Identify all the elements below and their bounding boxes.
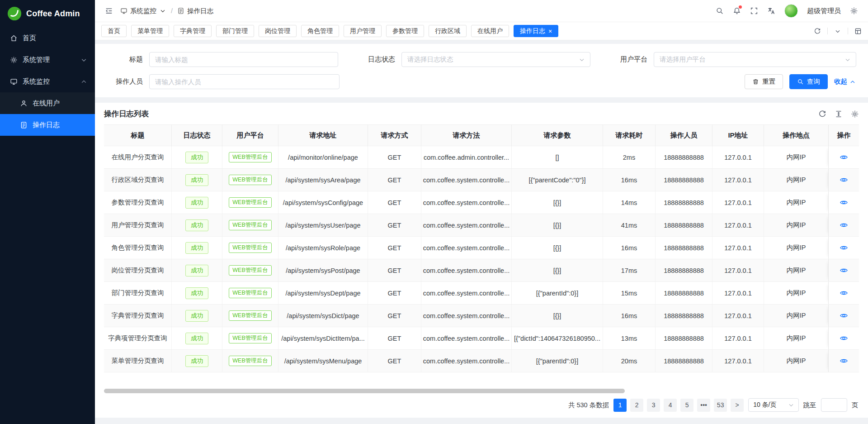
cell-duration: 14ms (603, 191, 656, 214)
breadcrumb-page[interactable]: 操作日志 (177, 7, 213, 15)
cell-title: 字典管理分页查询 (104, 305, 172, 327)
jump-page-input[interactable] (821, 398, 847, 412)
tab[interactable]: 操作日志 × (514, 25, 558, 37)
column-settings-icon[interactable] (851, 110, 859, 118)
cell-operator: 18888888888 (656, 214, 712, 236)
view-detail-icon[interactable] (840, 243, 848, 252)
notification-dot (739, 5, 742, 9)
table-body: 在线用户分页查询 成功 WEB管理后台 /api/monitor/online/… (104, 146, 859, 372)
page-button[interactable]: 5 (680, 399, 693, 412)
tab[interactable]: 在线用户 × (471, 25, 509, 37)
sidebar-item-home[interactable]: 首页 (0, 27, 95, 49)
tab-close-icon[interactable]: × (548, 28, 552, 34)
status-badge: 成功 (185, 174, 208, 186)
cell-action (828, 191, 859, 214)
filter-row-2: 操作人员 重置 (99, 74, 856, 89)
tab[interactable]: 部门管理 × (216, 25, 254, 37)
tab[interactable]: 首页 × (101, 25, 127, 37)
cell-status: 成功 (172, 282, 222, 304)
sidebar-item-online-users[interactable]: 在线用户 (0, 92, 95, 114)
sidebar-item-system-monitor[interactable]: 系统监控 (0, 71, 95, 92)
cell-request-function: com.coffee.system.controlle... (421, 282, 512, 304)
page-button[interactable]: ••• (697, 399, 710, 412)
divider (827, 28, 828, 34)
user-avatar[interactable] (784, 4, 798, 18)
search-button[interactable]: 查询 (789, 74, 828, 89)
page-button[interactable]: 53 (714, 399, 727, 412)
tab[interactable]: 角色管理 × (301, 25, 339, 37)
filter-actions: 重置 查询 收起 (745, 74, 856, 89)
collapse-filter-link[interactable]: 收起 (834, 77, 856, 86)
cell-operator: 18888888888 (656, 169, 712, 191)
sidebar-item-operation-log[interactable]: 操作日志 (0, 114, 95, 136)
view-detail-icon[interactable] (840, 334, 848, 343)
reset-button[interactable]: 重置 (745, 74, 783, 89)
cell-platform: WEB管理后台 (222, 169, 278, 191)
tab-label: 在线用户 (477, 27, 503, 35)
cell-ip: 127.0.0.1 (712, 214, 764, 236)
view-detail-icon[interactable] (840, 357, 848, 365)
status-badge: 成功 (185, 242, 208, 254)
tab[interactable]: 行政区域 × (429, 25, 467, 37)
app-root: Coffee Admin 首页 系统管理 (0, 0, 868, 424)
cell-request-params: [] (512, 146, 603, 168)
sidebar-item-system-management[interactable]: 系统管理 (0, 49, 95, 71)
reload-icon[interactable] (818, 110, 826, 118)
view-detail-icon[interactable] (840, 311, 848, 320)
settings-gear-icon[interactable] (850, 7, 858, 15)
user-platform-label: 用户平台 (604, 55, 654, 64)
view-detail-icon[interactable] (840, 198, 848, 207)
user-platform-select[interactable]: 请选择用户平台 (654, 52, 856, 67)
tab[interactable]: 菜单管理 × (131, 25, 169, 37)
search-icon[interactable] (716, 7, 724, 15)
status-badge: 成功 (185, 265, 208, 276)
tab[interactable]: 参数管理 × (386, 25, 424, 37)
fullscreen-icon[interactable] (750, 7, 758, 15)
tab[interactable]: 用户管理 × (344, 25, 382, 37)
cell-duration: 2ms (603, 146, 656, 168)
page-button[interactable]: > (731, 399, 744, 412)
breadcrumb-section[interactable]: 系统监控 (120, 7, 166, 15)
tab-label: 角色管理 (307, 27, 333, 35)
view-detail-icon[interactable] (840, 266, 848, 275)
list-title: 操作日志列表 (104, 109, 149, 119)
page-button[interactable]: 4 (664, 399, 677, 412)
view-detail-icon[interactable] (840, 289, 848, 297)
page-button[interactable]: 2 (630, 399, 643, 412)
cell-request-function: com.coffee.system.controlle... (421, 191, 512, 214)
page-size-select[interactable]: 10 条/页 (748, 398, 798, 412)
layout-icon[interactable] (854, 28, 862, 35)
table-row: 岗位管理分页查询 成功 WEB管理后台 /api/system/sysPost/… (104, 259, 859, 282)
list-header: 操作日志列表 (104, 109, 859, 119)
tabbar: 首页 × 菜单管理 × 字典管理 × 部门管理 × 岗位管理 × 角色管理 × … (95, 22, 868, 40)
log-icon (177, 7, 184, 14)
cell-request-params: [{"parentId":0}] (512, 282, 603, 304)
cell-action (828, 214, 859, 236)
menu-fold-icon[interactable] (105, 7, 113, 15)
translate-icon[interactable] (767, 7, 775, 15)
cell-platform: WEB管理后台 (222, 237, 278, 259)
notification-bell-icon[interactable] (733, 7, 741, 15)
view-detail-icon[interactable] (840, 221, 848, 229)
operator-input[interactable] (149, 74, 340, 89)
row-height-icon[interactable] (835, 110, 843, 118)
tab[interactable]: 字典管理 × (174, 25, 212, 37)
chevron-down-icon[interactable] (834, 28, 841, 35)
cell-request-function: com.coffee.system.controlle... (421, 350, 512, 372)
cell-request-url: /api/system/sysConfig/page (278, 191, 368, 214)
log-status-select[interactable]: 请选择日志状态 (401, 52, 590, 67)
tab[interactable]: 岗位管理 × (259, 25, 297, 37)
view-detail-icon[interactable] (840, 153, 848, 162)
view-detail-icon[interactable] (840, 176, 848, 184)
chevron-up-icon (80, 78, 88, 86)
page-button[interactable]: 1 (613, 399, 627, 412)
refresh-icon[interactable] (814, 28, 821, 35)
filter-row-1: 标题 日志状态 请选择日志状态 (99, 52, 856, 67)
sidebar-menu: 首页 系统管理 系统监控 (0, 27, 95, 136)
title-input[interactable] (149, 52, 338, 67)
page-button[interactable]: 3 (647, 399, 660, 412)
column-header: 操作人员 (656, 125, 712, 146)
scrollbar-thumb[interactable] (104, 389, 625, 393)
app-title: Coffee Admin (26, 9, 80, 19)
platform-badge: WEB管理后台 (229, 288, 271, 298)
